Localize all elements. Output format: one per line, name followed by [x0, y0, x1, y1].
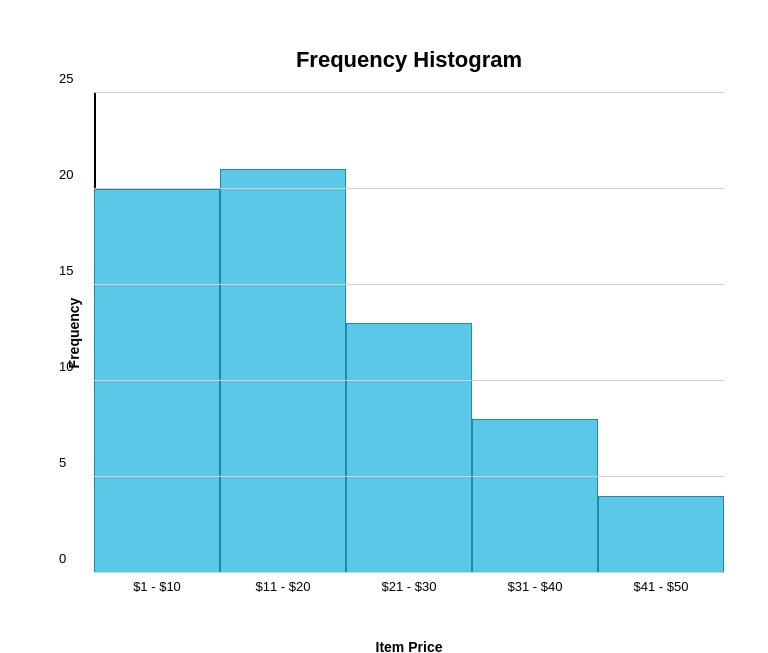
- grid-line: [94, 188, 724, 189]
- x-labels: $1 - $10$11 - $20$21 - $30$31 - $40$41 -…: [94, 579, 724, 594]
- grid-line: [94, 284, 724, 285]
- x-label: $1 - $10: [94, 579, 220, 594]
- y-tick-label: 10: [59, 358, 73, 373]
- bar: [346, 323, 472, 573]
- bar: [94, 189, 220, 573]
- bar-group: [346, 93, 472, 573]
- chart-area: Frequency 0510152025: [94, 93, 724, 573]
- plot-area: 0510152025: [94, 93, 724, 573]
- bar-group: [598, 93, 724, 573]
- grid-line: [94, 476, 724, 477]
- x-label: $41 - $50: [598, 579, 724, 594]
- y-tick-label: 0: [59, 550, 66, 565]
- bar: [220, 169, 346, 572]
- y-tick-label: 25: [59, 70, 73, 85]
- grid-line: [94, 572, 724, 573]
- y-tick-label: 15: [59, 262, 73, 277]
- y-tick-label: 20: [59, 166, 73, 181]
- x-label: $21 - $30: [346, 579, 472, 594]
- grid-line: [94, 92, 724, 93]
- bar: [472, 419, 598, 573]
- chart-title: Frequency Histogram: [94, 47, 724, 73]
- x-label: $11 - $20: [220, 579, 346, 594]
- bar-group: [94, 93, 220, 573]
- grid-line: [94, 380, 724, 381]
- chart-container: Frequency Histogram Frequency 0510152025…: [24, 17, 744, 637]
- y-tick-label: 5: [59, 454, 66, 469]
- bars-wrapper: [94, 93, 724, 573]
- bar: [598, 496, 724, 573]
- x-axis-label: Item Price: [94, 639, 724, 654]
- bar-group: [220, 93, 346, 573]
- x-label: $31 - $40: [472, 579, 598, 594]
- bar-group: [472, 93, 598, 573]
